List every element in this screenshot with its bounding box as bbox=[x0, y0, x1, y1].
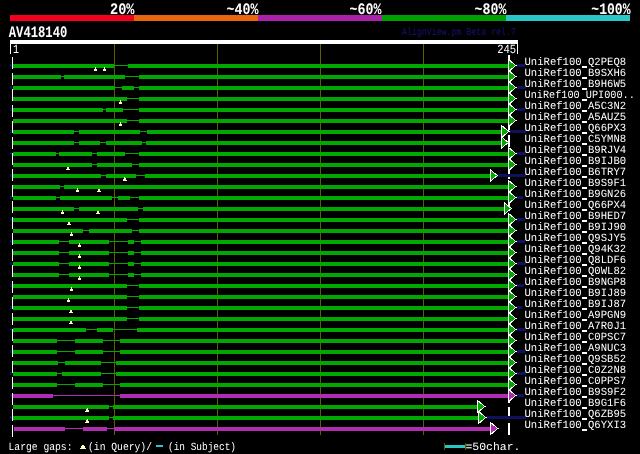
svg-text:~100%: ~100% bbox=[591, 1, 631, 19]
svg-text:Large gaps:: Large gaps: bbox=[9, 442, 73, 454]
svg-text:(in Subject): (in Subject) bbox=[168, 442, 236, 454]
svg-text:UniRef100 Q6YXI3: UniRef100 Q6YXI3 bbox=[525, 420, 627, 432]
svg-text:~80%: ~80% bbox=[475, 1, 507, 19]
svg-text:1: 1 bbox=[13, 43, 19, 57]
svg-text:=50char.: =50char. bbox=[466, 442, 521, 454]
svg-text:~60%: ~60% bbox=[350, 1, 382, 19]
svg-text:AV418140: AV418140 bbox=[9, 24, 68, 42]
svg-text:20%: 20% bbox=[110, 1, 135, 19]
svg-text:245: 245 bbox=[497, 43, 516, 57]
svg-text:AlignView.pm Beta rel.7: AlignView.pm Beta rel.7 bbox=[402, 27, 516, 39]
svg-text:~40%: ~40% bbox=[227, 1, 259, 19]
svg-text:(in Query)/: (in Query)/ bbox=[88, 442, 152, 454]
